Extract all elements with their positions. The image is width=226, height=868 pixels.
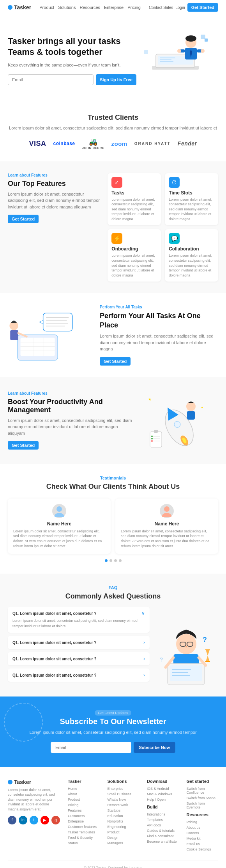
hero-cta-button[interactable]: Sign Up Its Free (96, 74, 136, 85)
svg-point-12 (177, 49, 181, 53)
testimonials-title: Check What Our Clients Think About Us (8, 483, 218, 491)
footer: Tasker Lorem ipsum dolor sit amet, conse… (0, 767, 226, 868)
logo-johndeere: 🚜 JOHN DEERE (82, 138, 104, 150)
footer-link-design[interactable]: Design (108, 836, 139, 840)
email-input[interactable] (8, 74, 94, 85)
svg-text:?: ? (160, 656, 163, 663)
footer-link-mac-windows[interactable]: Mac & Windows (147, 792, 179, 796)
dot-3[interactable] (114, 559, 117, 562)
get-started-button[interactable]: Get Started (187, 3, 218, 12)
google-plus-icon[interactable]: g (51, 816, 60, 824)
hero-svg (140, 31, 210, 89)
perform-cta-button[interactable]: Get Started (100, 357, 131, 366)
footer-link-about[interactable]: About (68, 792, 100, 796)
collaboration-icon: 💬 (169, 233, 180, 244)
faq-item-1[interactable]: Q1. Lorem ipsum dolor sit amet, consetet… (8, 607, 150, 633)
footer-link-templates-dl[interactable]: Templates (147, 818, 179, 822)
footer-col-solutions: Solutions Enterprise Small Business What… (108, 779, 139, 853)
svg-point-13 (201, 49, 205, 53)
facebook-icon[interactable]: f (8, 816, 16, 824)
footer-link-status[interactable]: Status (68, 841, 100, 845)
footer-link-product[interactable]: Product (68, 798, 100, 802)
timeslots-name: Time Slots (169, 190, 214, 196)
twitter-icon[interactable]: t (30, 816, 38, 824)
footer-link-education[interactable]: Education (108, 814, 139, 818)
features-left: Learn about Features Our Top Features Lo… (8, 173, 100, 224)
svg-point-31 (12, 323, 13, 325)
testimonials-label: Testimonials (8, 476, 218, 480)
faq-question-4: Q1. Lorem ipsum dolor sit amet, consetet… (12, 673, 141, 677)
faq-item-2[interactable]: Q1. Lorem ipsum dolor sit amet, consetet… (8, 636, 150, 649)
footer-link-whats-new[interactable]: What's New (108, 798, 139, 802)
footer-link-engineering[interactable]: Engineering (108, 825, 139, 829)
footer-link-integrations[interactable]: Integrations (147, 812, 179, 816)
footer-link-guides[interactable]: Guides & tutorials (147, 829, 179, 833)
login-link[interactable]: Login (175, 5, 185, 10)
footer-link-enterprise[interactable]: Enterprise (68, 819, 100, 823)
svg-rect-14 (201, 35, 205, 39)
footer-link-affiliate[interactable]: Become an affiliate (147, 840, 179, 844)
footer-link-pricing[interactable]: Pricing (68, 803, 100, 807)
footer-link-product-sol[interactable]: Product (108, 830, 139, 834)
footer-link-help[interactable]: Help / Open (147, 798, 179, 802)
footer-socials: f in t ▶ g (8, 816, 60, 824)
footer-link-about-res[interactable]: About us (187, 826, 219, 830)
footer-link-careers[interactable]: Careers (187, 831, 219, 835)
nav-pricing[interactable]: Pricing (127, 5, 141, 10)
faq-chevron-right-icon-4: › (143, 672, 145, 678)
nav-enterprise[interactable]: Enterprise (104, 5, 124, 10)
footer-link-pricing-res[interactable]: Pricing (187, 820, 219, 824)
dot-4[interactable] (119, 559, 122, 562)
nav-product[interactable]: Product (39, 5, 54, 10)
testimonials-section: Testimonials Check What Our Clients Thin… (0, 464, 226, 574)
newsletter-email-input[interactable] (51, 742, 131, 753)
logo-dot (8, 5, 12, 10)
features-title: Our Top Features (8, 180, 100, 188)
nav-solutions[interactable]: Solutions (58, 5, 76, 10)
feature-card-tasks: ✓ Tasks Lorem ipsum dolor sit amet, cons… (108, 173, 161, 226)
footer-link-media-kit[interactable]: Media kit (187, 836, 219, 840)
contact-sales-link[interactable]: Contact Sales (149, 5, 173, 10)
footer-col-title-build: Build (147, 805, 179, 809)
footer-link-remote-work[interactable]: Remote work (108, 803, 139, 807)
footer-link-managers[interactable]: Managers (108, 841, 139, 845)
feature-card-timeslots: ⏱ Time Slots Lorem ipsum dolor sit amet,… (165, 173, 218, 226)
footer-col-title-solutions: Solutions (108, 779, 139, 784)
dot-1[interactable] (105, 559, 108, 562)
footer-link-consultant[interactable]: Find a consultant (147, 834, 179, 838)
footer-link-home[interactable]: Home (68, 787, 100, 791)
faq-item-4[interactable]: Q1. Lorem ipsum dolor sit amet, consetet… (8, 668, 150, 682)
footer-link-startups[interactable]: Startups (108, 808, 139, 812)
footer-link-templates[interactable]: Tasker Templates (68, 830, 100, 834)
newsletter-subscribe-button[interactable]: Subscribe Now (134, 742, 175, 753)
footer-logo-text: Tasker (14, 779, 31, 785)
svg-point-7 (185, 35, 196, 42)
youtube-icon[interactable]: ▶ (41, 816, 49, 824)
svg-point-49 (151, 436, 153, 437)
footer-link-food-security[interactable]: Food & Security (68, 836, 100, 840)
footer-link-api-docs[interactable]: API docs (147, 823, 179, 827)
faq-item-3[interactable]: Q1. Lorem ipsum dolor sit amet, consetet… (8, 652, 150, 665)
productivity-svg: ★ ★ ★ (140, 389, 210, 451)
faq-title: Commonly Asked Questions (8, 592, 218, 600)
footer-link-features[interactable]: Features (68, 808, 100, 812)
footer-link-switch-confluence[interactable]: Switch from Confluence (187, 787, 219, 794)
nav-resources[interactable]: Resources (79, 5, 100, 10)
footer-link-enterprise-sol[interactable]: Enterprise (108, 787, 139, 791)
dot-2[interactable] (109, 559, 112, 562)
productivity-cta-button[interactable]: Get Started (8, 441, 39, 450)
footer-link-switch-asana[interactable]: Switch from Asana (187, 796, 219, 800)
footer-link-cookie-settings[interactable]: Cookie Settings (187, 847, 219, 851)
faq-chevron-right-icon-2: › (143, 640, 145, 645)
features-cta-button[interactable]: Get Started (8, 215, 39, 223)
linkedin-icon[interactable]: in (19, 816, 27, 824)
footer-link-small-business[interactable]: Small Business (108, 792, 139, 796)
footer-link-ios-android[interactable]: iOS & Android (147, 787, 179, 791)
footer-link-email-us[interactable]: Email us (187, 842, 219, 846)
newsletter-section: Get Latest Updates Subscribe To Our News… (0, 696, 226, 767)
footer-link-switch-evernote[interactable]: Switch from Evernote (187, 802, 219, 809)
footer-link-customer-features[interactable]: Customer features (68, 825, 100, 829)
hero-text: Tasker brings all your tasks Teams & too… (8, 36, 136, 86)
footer-link-nonprofits[interactable]: Nonprofits (108, 819, 139, 823)
footer-link-customers[interactable]: Customers (68, 814, 100, 818)
